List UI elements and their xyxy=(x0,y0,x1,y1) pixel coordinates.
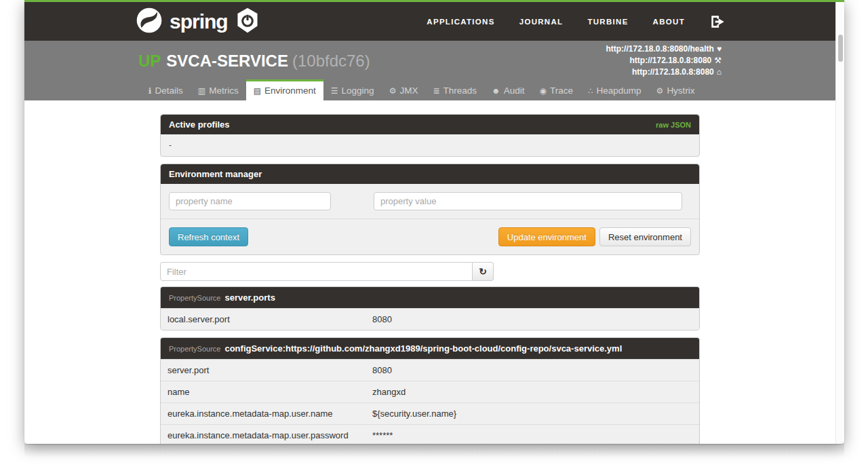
list-icon: ≣ xyxy=(433,86,439,96)
refresh-icon[interactable]: ↻ xyxy=(473,262,494,281)
table-row: eureka.instance.metadata-map.user.passwo… xyxy=(161,424,699,444)
gear-icon: ⚙ xyxy=(656,86,664,96)
tab-audit[interactable]: ☻ Audit xyxy=(484,79,532,100)
nav-items: APPLICATIONS JOURNAL TURBINE ABOUT xyxy=(427,13,727,31)
page-main: spring APPLICATIONS JOURNAL TURBINE ABOU… xyxy=(24,2,835,444)
instance-links: http://172.18.0.8:8080/health ♥ http://1… xyxy=(606,43,722,78)
management-url-link[interactable]: http://172.18.0.8:8080 ⚒ xyxy=(606,55,722,67)
property-name-input[interactable] xyxy=(169,192,331,210)
update-environment-button[interactable]: Update environment xyxy=(498,227,595,246)
tab-jmx[interactable]: ⚙ JMX xyxy=(382,79,426,100)
property-source-name: configService:https://github.com/zhangxd… xyxy=(224,343,622,354)
tab-hystrix[interactable]: ⚙ Hystrix xyxy=(649,79,703,100)
heartbeat-icon: ♥ xyxy=(717,43,722,55)
brand-text: spring xyxy=(170,10,228,33)
tab-bar: ℹ Details ▥ Metrics ▤ Environment ☰ Logg… xyxy=(141,79,703,100)
refresh-context-button[interactable]: Refresh context xyxy=(169,227,248,246)
instance-id: (10bfdc76) xyxy=(292,52,370,70)
table-row: eureka.instance.metadata-map.user.name $… xyxy=(161,402,699,424)
active-profiles-content: - xyxy=(161,134,699,156)
table-row: server.port 8080 xyxy=(161,359,699,381)
raw-json-link[interactable]: raw JSON xyxy=(656,121,691,129)
scrollbar-thumb[interactable] xyxy=(838,35,843,62)
spring-brand[interactable]: spring xyxy=(136,7,260,37)
filter-input[interactable] xyxy=(160,262,473,281)
spring-boot-icon xyxy=(235,7,260,37)
health-url-link[interactable]: http://172.18.0.8:8080/health ♥ xyxy=(606,43,722,55)
share-alt-icon: ∴ xyxy=(588,86,593,96)
active-profiles-panel: Active profiles raw JSON - xyxy=(160,114,700,157)
bar-chart-icon: ▥ xyxy=(198,86,205,96)
property-source-table-server-ports: PropertySource server.ports local.server… xyxy=(160,286,700,330)
table-row: name zhangxd xyxy=(161,381,699,402)
gears-icon: ⚙ xyxy=(389,86,397,96)
list-alt-icon: ▤ xyxy=(254,86,261,96)
spring-leaf-icon xyxy=(136,7,163,37)
scrollbar-track[interactable] xyxy=(835,2,844,444)
reset-environment-button[interactable]: Reset environment xyxy=(599,227,691,246)
browser-window: spring APPLICATIONS JOURNAL TURBINE ABOU… xyxy=(24,0,844,444)
nav-item-about[interactable]: ABOUT xyxy=(653,18,685,26)
eye-icon: ◉ xyxy=(539,86,546,96)
sliders-icon: ☰ xyxy=(331,86,338,96)
service-name: SVCA-SERVICE xyxy=(166,52,288,70)
property-value-input[interactable] xyxy=(374,192,682,210)
home-icon: ⌂ xyxy=(717,67,722,78)
info-icon: ℹ xyxy=(149,86,152,96)
nav-item-turbine[interactable]: TURBINE xyxy=(587,18,628,26)
tab-threads[interactable]: ≣ Threads xyxy=(425,79,484,100)
user-circle-icon: ☻ xyxy=(492,86,500,96)
nav-item-journal[interactable]: JOURNAL xyxy=(519,18,564,26)
page-title: UPSVCA-SERVICE(10bfdc76) xyxy=(138,52,370,71)
active-profiles-title: Active profiles xyxy=(169,119,230,130)
window-shadow xyxy=(24,444,844,457)
table-row: local.server.port 8080 xyxy=(161,308,699,330)
environment-content: Active profiles raw JSON - Environment m… xyxy=(24,100,835,444)
environment-manager-title: Environment manager xyxy=(169,169,262,179)
tab-environment[interactable]: ▤ Environment xyxy=(246,79,323,100)
status-badge: UP xyxy=(138,52,161,70)
navbar: spring APPLICATIONS JOURNAL TURBINE ABOU… xyxy=(24,2,835,41)
property-source-table-config-service: PropertySource configService:https://git… xyxy=(160,337,700,444)
environment-manager-panel: Environment manager Refresh context Upda… xyxy=(160,164,700,255)
tab-details[interactable]: ℹ Details xyxy=(141,79,191,100)
tab-trace[interactable]: ◉ Trace xyxy=(532,79,580,100)
application-header: UPSVCA-SERVICE(10bfdc76) http://172.18.0… xyxy=(24,41,835,100)
tab-heapdump[interactable]: ∴ Heapdump xyxy=(580,79,649,100)
logout-icon[interactable] xyxy=(709,13,727,31)
nav-item-applications[interactable]: APPLICATIONS xyxy=(427,18,494,26)
filter-group: ↻ xyxy=(160,262,700,281)
service-url-link[interactable]: http://172.18.0.8:8080 ⌂ xyxy=(606,67,722,78)
wrench-icon: ⚒ xyxy=(714,55,722,67)
tab-metrics[interactable]: ▥ Metrics xyxy=(191,79,246,100)
property-source-name: server.ports xyxy=(224,292,275,303)
tab-logging[interactable]: ☰ Logging xyxy=(323,79,382,100)
